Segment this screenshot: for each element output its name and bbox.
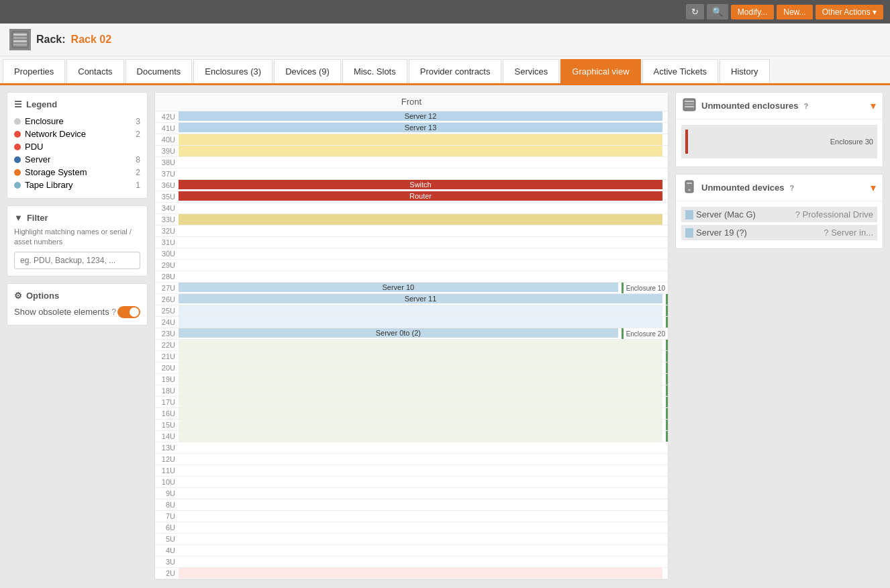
- device-block[interactable]: Server 11: [179, 294, 662, 303]
- device-block[interactable]: Server 12: [179, 111, 662, 121]
- tab-history[interactable]: History: [720, 59, 769, 83]
- svg-rect-6: [685, 101, 694, 102]
- rack-unit-label: 39U: [155, 147, 179, 155]
- refresh-button[interactable]: ↻: [686, 4, 704, 19]
- rack-row: 18U: [155, 385, 668, 397]
- tab-graphical_view[interactable]: Graphical view: [560, 59, 640, 83]
- device-block[interactable]: Switch: [179, 180, 662, 189]
- rack-row: 23UServer 0to (2)Enclosure 20: [155, 328, 668, 340]
- enclosure-bracket: [662, 351, 668, 362]
- row-spacer: [662, 180, 668, 191]
- rack-unit-cell: [179, 214, 662, 225]
- rack-row: 29U: [155, 260, 668, 271]
- rack-unit-cell: [179, 454, 662, 464]
- enclosure-name: Enclosure 30: [692, 138, 873, 146]
- rack-unit-label: 22U: [155, 341, 179, 349]
- tab-contacts[interactable]: Contacts: [66, 59, 123, 83]
- tab-devices[interactable]: Devices (9): [274, 59, 341, 83]
- rack-unit-cell: [179, 134, 662, 145]
- legend-item-name: Tape Library: [25, 180, 73, 190]
- rack-row: 10U: [155, 477, 668, 488]
- legend-title: ☰ Legend: [14, 99, 140, 109]
- device-name: Server 19 (?): [696, 228, 747, 238]
- legend-item-count: 8: [136, 155, 140, 164]
- right-panel: Unmounted enclosures ? ▾ Enclosure 30: [675, 92, 883, 580]
- enclosure-bracket: [662, 340, 668, 350]
- rack-row: 13U: [155, 442, 668, 454]
- rack-unit-label: 36U: [155, 181, 179, 189]
- rack-unit-label: 15U: [155, 421, 179, 429]
- unmounted-enc-chevron[interactable]: ▾: [871, 99, 876, 112]
- rack-unit-cell: [179, 545, 662, 556]
- rack-row: 21U: [155, 351, 668, 362]
- legend-dot: [14, 169, 21, 176]
- rack-unit-cell: [179, 442, 662, 453]
- svg-rect-8: [685, 106, 694, 107]
- device-block[interactable]: Server 10: [179, 283, 618, 292]
- device-name: Server (Mac G): [696, 209, 756, 219]
- row-spacer: [662, 499, 668, 510]
- row-spacer: [662, 522, 668, 533]
- enclosure-bracket: [662, 408, 668, 419]
- rack-row: 36USwitch: [155, 180, 668, 191]
- row-spacer: [662, 488, 668, 499]
- center-panel: Front 42UServer 1241UServer 1340U39U38U3…: [154, 92, 669, 580]
- show-obsolete-toggle[interactable]: [117, 306, 140, 318]
- svg-rect-2: [13, 37, 27, 39]
- tab-active_tickets[interactable]: Active Tickets: [642, 59, 718, 83]
- other-actions-button[interactable]: Other Actions ▾: [815, 5, 883, 19]
- device-block[interactable]: Router: [179, 191, 662, 201]
- rack-row: 39U: [155, 146, 668, 157]
- filter-input[interactable]: [14, 252, 140, 269]
- row-spacer: [662, 123, 668, 134]
- rack-row: 12U: [155, 454, 668, 465]
- legend-dot: [14, 156, 21, 163]
- new-button[interactable]: New...: [777, 5, 812, 19]
- device-icon: [683, 180, 696, 195]
- rack-row: 32U: [155, 226, 668, 237]
- tab-documents[interactable]: Documents: [126, 59, 193, 83]
- enclosure-bracket: [662, 431, 668, 442]
- rack-row: 15U: [155, 420, 668, 431]
- row-spacer: [662, 477, 668, 487]
- rack-unit-label: 12U: [155, 455, 179, 463]
- search-button[interactable]: 🔍: [707, 4, 728, 19]
- rack-unit-label: 19U: [155, 375, 179, 383]
- tab-enclosures[interactable]: Enclosures (3): [193, 59, 273, 83]
- device-block[interactable]: Server 13: [179, 123, 662, 132]
- legend-item: Tape Library 1: [14, 179, 140, 191]
- rack-unit-label: 6U: [155, 524, 179, 532]
- filter-description: Highlight matching names or serial / ass…: [14, 227, 140, 248]
- legend-item-name: Enclosure: [25, 116, 64, 126]
- rack-unit-cell: Server 13: [179, 123, 662, 134]
- rack-unit-cell: [179, 157, 662, 168]
- row-spacer: [662, 191, 668, 202]
- modify-button[interactable]: Modify...: [731, 5, 774, 19]
- rack-unit-label: 14U: [155, 432, 179, 440]
- unmounted-dev-chevron[interactable]: ▾: [871, 181, 876, 194]
- unmounted-enc-question: ?: [803, 102, 808, 110]
- options-title: ⚙ Options: [14, 291, 140, 301]
- filter-icon: ▼: [14, 213, 23, 223]
- rack-row: 33U: [155, 214, 668, 226]
- tab-services[interactable]: Services: [503, 59, 559, 83]
- rack-row: 41UServer 13: [155, 123, 668, 134]
- tab-provider_contracts[interactable]: Provider contracts: [409, 59, 502, 83]
- rack-unit-label: 20U: [155, 364, 179, 372]
- row-spacer: [662, 111, 668, 122]
- legend-item: Enclosure 3: [14, 115, 140, 128]
- unmounted-dev-question: ?: [790, 184, 795, 192]
- rack-row: 38U: [155, 157, 668, 168]
- rack-unit-label: 4U: [155, 546, 179, 554]
- device-block[interactable]: Server 0to (2): [179, 328, 618, 338]
- unmounted-enclosures-body: Enclosure 30: [676, 119, 883, 166]
- tab-properties[interactable]: Properties: [3, 59, 65, 83]
- svg-rect-1: [13, 34, 27, 36]
- rack-row: 34U: [155, 203, 668, 214]
- device-detail: ? Professional Drive: [795, 209, 873, 219]
- legend-item: Server 8: [14, 153, 140, 166]
- rack-unit-cell: Router: [179, 191, 662, 202]
- row-spacer: [662, 168, 668, 179]
- tab-misc_slots[interactable]: Misc. Slots: [342, 59, 407, 83]
- rack-unit-label: 38U: [155, 158, 179, 166]
